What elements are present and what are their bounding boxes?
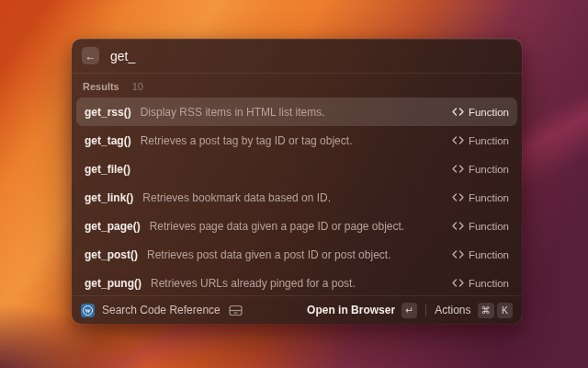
result-type-label: Function — [469, 107, 509, 118]
search-input[interactable] — [110, 49, 512, 63]
desktop-wallpaper: ← Results 10 get_rss() Display RSS items… — [0, 0, 588, 368]
result-title: get_rss() — [85, 106, 131, 119]
result-title: get_page() — [85, 220, 141, 233]
result-description: Retrieves URLs already pinged for a post… — [151, 277, 441, 290]
open-in-browser-button[interactable]: Open in Browser — [307, 304, 395, 316]
result-type-badge: Function — [452, 221, 509, 232]
result-type-label: Function — [469, 164, 509, 175]
footer-bar: W Search Code Reference Open in Browser … — [72, 295, 522, 324]
result-row-get-post[interactable]: get_post() Retrieves post data given a p… — [76, 240, 517, 269]
k-key-icon[interactable]: K — [497, 303, 513, 318]
result-row-get-pung[interactable]: get_pung() Retrieves URLs already pinged… — [76, 269, 517, 295]
result-title: get_tag() — [85, 134, 131, 147]
result-row-get-rss[interactable]: get_rss() Display RSS items in HTML list… — [76, 98, 517, 126]
result-title: get_pung() — [85, 277, 141, 290]
result-type-badge: Function — [452, 135, 509, 146]
result-type-badge: Function — [452, 164, 509, 175]
result-type-badge: Function — [452, 249, 509, 260]
code-icon — [452, 165, 464, 173]
code-icon — [452, 250, 464, 259]
result-description: Retrieves post data given a post ID or p… — [147, 248, 441, 261]
result-description: Retrieves bookmark data based on ID. — [142, 191, 441, 204]
result-title: get_post() — [85, 248, 138, 261]
result-type-label: Function — [469, 249, 509, 260]
return-key-icon[interactable]: ↵ — [401, 303, 417, 318]
wordpress-icon: W — [81, 304, 95, 317]
results-label: Results — [83, 81, 119, 92]
results-section-header: Results 10 — [72, 74, 522, 96]
result-type-label: Function — [469, 192, 509, 203]
result-title: get_file() — [85, 163, 130, 176]
code-icon — [452, 136, 464, 144]
result-type-label: Function — [469, 278, 509, 289]
result-row-get-link[interactable]: get_link() Retrieves bookmark data based… — [76, 183, 517, 212]
result-description: Retrieves page data given a page ID or p… — [150, 220, 441, 233]
result-type-badge: Function — [452, 278, 509, 289]
result-type-label: Function — [469, 221, 509, 232]
footer-divider — [425, 305, 426, 316]
back-arrow-icon: ← — [85, 51, 96, 62]
source-label: Search Code Reference — [102, 304, 220, 316]
search-bar: ← — [72, 39, 522, 73]
result-title: get_link() — [85, 191, 133, 204]
result-row-get-page[interactable]: get_page() Retrieves page data given a p… — [76, 212, 517, 240]
actions-button[interactable]: Actions — [435, 304, 470, 316]
code-icon — [452, 222, 464, 230]
code-icon — [452, 193, 464, 201]
results-list: get_rss() Display RSS items in HTML list… — [72, 96, 522, 295]
command-key-icon[interactable]: ⌘ — [478, 303, 495, 318]
results-count: 10 — [132, 81, 143, 92]
result-description: Retrieves a post tag by tag ID or tag ob… — [141, 134, 441, 147]
result-type-badge: Function — [452, 192, 509, 203]
footer-actions: Open in Browser ↵ Actions ⌘ K — [307, 303, 513, 318]
result-type-label: Function — [469, 135, 509, 146]
search-palette-window: ← Results 10 get_rss() Display RSS items… — [72, 39, 522, 324]
back-button[interactable]: ← — [82, 47, 99, 64]
disk-icon — [229, 305, 243, 316]
result-type-badge: Function — [452, 107, 509, 118]
svg-text:W: W — [85, 306, 91, 313]
result-row-get-tag[interactable]: get_tag() Retrieves a post tag by tag ID… — [76, 126, 517, 155]
result-description: Display RSS items in HTML list items. — [141, 106, 441, 119]
result-row-get-file[interactable]: get_file() Function — [76, 155, 517, 183]
code-icon — [452, 108, 464, 116]
code-icon — [452, 279, 464, 287]
